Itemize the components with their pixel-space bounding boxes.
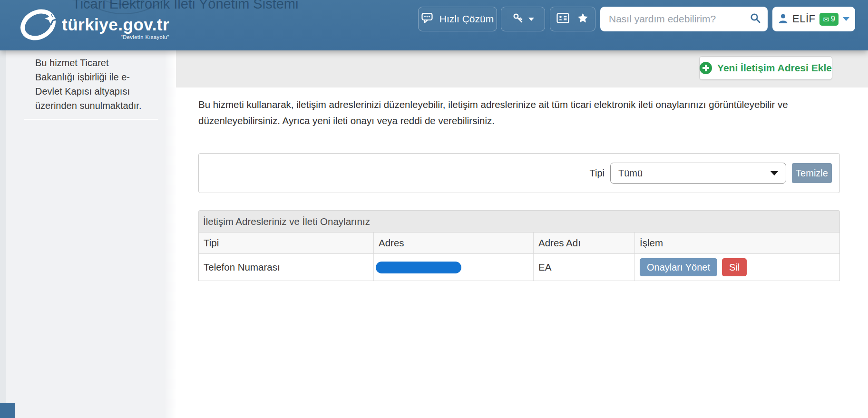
plus-circle-icon [700, 62, 712, 74]
envelope-icon: ✉ [823, 16, 829, 23]
add-contact-address-label: Yeni İletişim Adresi Ekle [717, 62, 832, 74]
search-icon[interactable] [750, 12, 761, 26]
chevron-down-icon [528, 18, 534, 21]
column-header-adres-adi: Adres Adı [533, 233, 634, 253]
contact-addresses-table: İletişim Adresleriniz ve İleti Onayların… [198, 210, 840, 281]
key-icon [512, 12, 524, 26]
delete-button[interactable]: Sil [722, 258, 747, 276]
logo-tagline: "Devletin Kısayolu" [62, 34, 169, 40]
service-description: Bu hizmeti kullanarak, iletişim adresler… [198, 97, 788, 129]
message-count-badge: ✉9 [819, 13, 838, 26]
sidebar: Bu hizmet Ticaret Bakanlığı işbirliği il… [0, 50, 176, 418]
column-header-tipi: Tipi [199, 233, 373, 253]
app-header: Ticari Elektronik İleti Yönetim Sistemi … [0, 0, 868, 50]
logo-title: türkiye.gov.tr [62, 16, 169, 33]
accessibility-corner-button[interactable] [0, 403, 15, 418]
favorites-star-icon[interactable] [577, 12, 589, 26]
help-search-box [600, 7, 768, 31]
filter-panel: Tipi Tümü Temizle [198, 153, 840, 193]
chat-bubble-icon [421, 12, 434, 26]
manage-approvals-button[interactable]: Onayları Yönet [640, 258, 717, 276]
user-name: ELİF [792, 13, 815, 25]
type-filter-label: Tipi [590, 168, 605, 179]
chevron-down-icon [843, 17, 849, 21]
edevlet-swoosh-icon [16, 4, 60, 46]
cell-islem: Onayları Yönet Sil [634, 254, 839, 281]
add-contact-address-button[interactable]: Yeni İletişim Adresi Ekle [699, 56, 832, 80]
quick-solution-button[interactable]: Hızlı Çözüm [418, 7, 497, 31]
header-toolbar: Hızlı Çözüm [418, 7, 855, 31]
sidebar-edge-strip [0, 50, 6, 418]
cell-tipi: Telefon Numarası [199, 254, 373, 281]
cell-adres [373, 254, 533, 281]
cell-adres-adi: EA [533, 254, 634, 281]
logo-text: türkiye.gov.tr "Devletin Kısayolu" [62, 16, 169, 40]
key-menu-button[interactable] [501, 7, 545, 31]
clear-filter-button[interactable]: Temizle [792, 163, 832, 183]
column-header-adres: Adres [373, 233, 533, 253]
shortcuts-group [550, 7, 595, 31]
table-header-row: Tipi Adres Adres Adı İşlem [198, 232, 840, 254]
service-provider-note: Bu hizmet Ticaret Bakanlığı işbirliği il… [35, 56, 149, 113]
page-title-band: Yeni İletişim Adresi Ekle [176, 50, 868, 87]
user-menu-button[interactable]: ELİF ✉9 [772, 7, 855, 31]
table-row: Telefon Numarası EA Onayları Yönet Sil [198, 254, 840, 281]
turkiye-gov-tr-logo[interactable]: türkiye.gov.tr "Devletin Kısayolu" [16, 4, 169, 46]
page: Ticari Elektronik İleti Yönetim Sistemi … [0, 0, 868, 418]
contact-card-icon[interactable] [556, 13, 569, 26]
sidebar-divider [24, 119, 158, 120]
column-header-islem: İşlem [634, 233, 839, 253]
table-caption: İletişim Adresleriniz ve İleti Onayların… [198, 210, 840, 232]
message-count: 9 [831, 15, 835, 23]
redacted-phone-number [376, 262, 461, 273]
sidebar-fade [164, 50, 176, 418]
type-filter-select[interactable]: Tümü [610, 163, 786, 184]
quick-solution-label: Hızlı Çözüm [439, 13, 494, 25]
select-caret-icon [770, 171, 778, 175]
type-filter-selected-value: Tümü [618, 168, 770, 179]
search-input[interactable] [609, 13, 750, 25]
user-person-icon [778, 13, 788, 25]
